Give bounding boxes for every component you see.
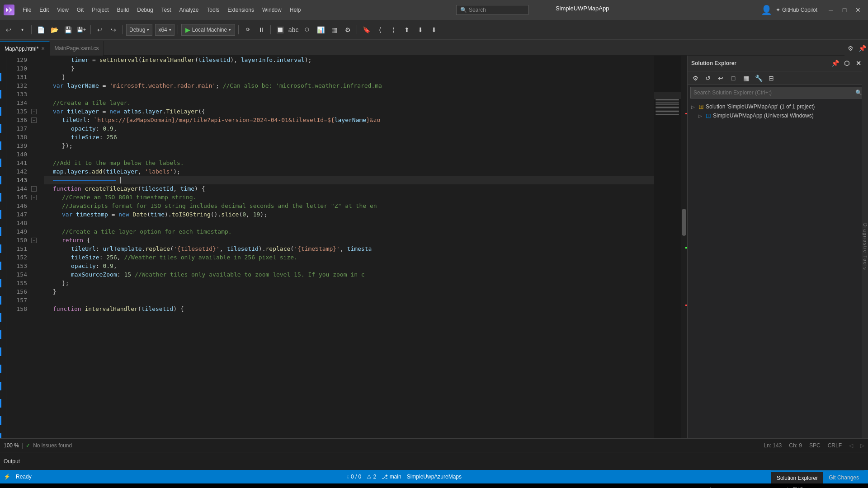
- menu-edit[interactable]: Edit: [36, 5, 52, 15]
- se-search-box[interactable]: 🔍: [690, 87, 865, 99]
- collapse-136[interactable]: −: [31, 117, 37, 123]
- app-title: SimpleUWPMapApp: [556, 5, 609, 15]
- code-editor[interactable]: 129 130 131 132 133 134 135 136 137 138 …: [0, 56, 687, 438]
- solution-expand-icon: ▷: [691, 104, 697, 109]
- edge-taskbar[interactable]: 🌐: [242, 483, 260, 488]
- menu-window[interactable]: Window: [259, 5, 285, 15]
- code-line-145: //Create an ISO 8601 timestamp string.: [44, 193, 654, 202]
- menu-test[interactable]: Test: [158, 5, 175, 15]
- tree-project[interactable]: ▷ ⊡ SimpleUWPMapApp (Universal Windows): [688, 111, 868, 120]
- toolbar-btn-18[interactable]: ⬆: [401, 24, 413, 36]
- toolbar-btn-16[interactable]: ⟨: [374, 24, 386, 36]
- toolbar-undo-btn[interactable]: ↩: [94, 24, 106, 36]
- vs-taskbar[interactable]: [262, 483, 280, 488]
- se-undo-btn[interactable]: ↩: [715, 72, 726, 84]
- start-button[interactable]: [4, 483, 22, 488]
- toolbar-btn-11[interactable]: ⬡: [301, 24, 313, 36]
- menu-tools[interactable]: Tools: [203, 5, 223, 15]
- se-filter-btn[interactable]: ▦: [740, 72, 752, 84]
- platform-dropdown[interactable]: x64 ▾: [155, 24, 174, 36]
- menu-extensions[interactable]: Extensions: [224, 5, 258, 15]
- editor-pin-btn[interactable]: 📌: [856, 41, 868, 56]
- menu-project[interactable]: Project: [88, 5, 112, 15]
- taskbar-pinned-2[interactable]: 🔷: [143, 483, 161, 488]
- code-line-132: var layerName = 'microsoft.weather.radar…: [44, 81, 654, 90]
- search-taskbar-button[interactable]: 🔍: [24, 483, 42, 488]
- run-button[interactable]: ▶ Local Machine ▾: [181, 24, 235, 36]
- code-content[interactable]: timer = setInterval(intervalHandler(tile…: [40, 56, 654, 438]
- collapse-150[interactable]: −: [31, 238, 37, 243]
- se-tab-solution[interactable]: Solution Explorer: [771, 472, 823, 483]
- se-sync-btn[interactable]: ⚙: [689, 72, 701, 84]
- menu-analyze[interactable]: Analyze: [176, 5, 203, 15]
- taskbar-pinned-3[interactable]: 📦: [163, 483, 181, 488]
- project-label: SimpleUWPMapApp (Universal Windows): [713, 113, 814, 119]
- menu-debug[interactable]: Debug: [133, 5, 156, 15]
- minimize-button[interactable]: ─: [825, 4, 837, 16]
- toolbar-btn-17[interactable]: ⟩: [387, 24, 399, 36]
- editor-scrollbar[interactable]: [681, 56, 687, 438]
- se-settings-btn[interactable]: 🔧: [753, 72, 764, 84]
- toolbar-open-btn[interactable]: 📂: [48, 24, 60, 36]
- se-pin-btn[interactable]: 📌: [829, 57, 841, 69]
- toolbar-btn-13[interactable]: ▦: [328, 24, 340, 36]
- line-numbers: 129 130 131 132 133 134 135 136 137 138 …: [6, 56, 31, 438]
- se-float-btn[interactable]: ⬡: [841, 57, 853, 69]
- maximize-button[interactable]: □: [838, 4, 851, 16]
- toolbar-dropdown-btn[interactable]: ▾: [16, 24, 28, 36]
- menu-git[interactable]: Git: [73, 5, 87, 15]
- toolbar-sep-2: [90, 25, 91, 34]
- taskview-button[interactable]: ⊡: [43, 483, 61, 488]
- tree-solution[interactable]: ▷ ⊞ Solution 'SimpleUWPMapApp' (1 of 1 p…: [688, 102, 868, 111]
- platform-chevron: ▾: [169, 28, 171, 32]
- menu-bar: File Edit View Git Project Build Debug T…: [19, 5, 304, 15]
- title-search[interactable]: 🔍 Search: [456, 5, 528, 15]
- close-button[interactable]: ✕: [852, 4, 864, 16]
- menu-view[interactable]: View: [53, 5, 72, 15]
- search-label: Search: [469, 7, 486, 13]
- taskbar-pinned-4[interactable]: 🌸: [183, 483, 201, 488]
- se-search-input[interactable]: [693, 89, 854, 96]
- toolbar-btn-9[interactable]: 🔲: [274, 24, 286, 36]
- collapse-145[interactable]: −: [31, 195, 37, 200]
- tab-mapapp-html[interactable]: MapApp.html* ✕: [0, 41, 50, 56]
- toolbar-btn-8[interactable]: ⏸: [255, 24, 267, 36]
- tab-mainpage-xaml[interactable]: MainPage.xaml.cs: [50, 41, 104, 56]
- music-taskbar[interactable]: 🎵: [282, 483, 300, 488]
- toolbar-btn-19[interactable]: ⬇: [415, 24, 426, 36]
- se-tab-git[interactable]: Git Changes: [823, 472, 864, 483]
- toolbar-new-btn[interactable]: 📄: [35, 24, 47, 36]
- status-branch[interactable]: ⎇ main: [382, 474, 401, 480]
- tab-mapapp-close[interactable]: ✕: [41, 46, 45, 51]
- se-title: Solution Explorer: [691, 60, 736, 66]
- taskbar-pinned-1[interactable]: 💼: [123, 483, 141, 488]
- edge-button[interactable]: 🌐: [103, 483, 121, 488]
- se-refresh-btn[interactable]: ↺: [702, 72, 714, 84]
- toolbar-redo-btn[interactable]: ↪: [108, 24, 119, 36]
- toolbar-btn-14[interactable]: ⚙: [342, 24, 354, 36]
- explorer-button[interactable]: 📁: [63, 483, 81, 488]
- toolbar-btn-12[interactable]: 📊: [315, 24, 326, 36]
- taskbar-pinned-6[interactable]: ⬡: [222, 483, 241, 488]
- scrollbar-thumb[interactable]: [682, 209, 686, 236]
- se-preview-btn[interactable]: ⊟: [765, 72, 777, 84]
- toolbar-btn-10[interactable]: abc: [288, 24, 299, 36]
- toolbar-back-btn[interactable]: ↩: [3, 24, 14, 36]
- se-view-btn[interactable]: □: [727, 72, 739, 84]
- menu-file[interactable]: File: [19, 5, 35, 15]
- debug-mode-dropdown[interactable]: Debug ▾: [126, 24, 152, 36]
- toolbar-save-all-btn[interactable]: 💾+: [75, 24, 87, 36]
- taskbar-pinned-5[interactable]: 🌀: [203, 483, 221, 488]
- toolbar-btn-20[interactable]: ⬇: [428, 24, 440, 36]
- toolbar-btn-15[interactable]: 🔖: [360, 24, 372, 36]
- mail-button[interactable]: ✉: [83, 483, 101, 488]
- collapse-135[interactable]: −: [31, 109, 37, 114]
- editor-settings-btn[interactable]: ⚙: [844, 41, 856, 56]
- toolbar-save-btn[interactable]: 💾: [62, 24, 74, 36]
- copilot-button[interactable]: ✦ GitHub Copilot: [776, 7, 817, 13]
- toolbar-btn-7[interactable]: ⟳: [242, 24, 254, 36]
- menu-help[interactable]: Help: [286, 5, 305, 15]
- tab-mapapp-label: MapApp.html*: [5, 46, 38, 52]
- collapse-144[interactable]: −: [31, 186, 37, 192]
- menu-build[interactable]: Build: [113, 5, 133, 15]
